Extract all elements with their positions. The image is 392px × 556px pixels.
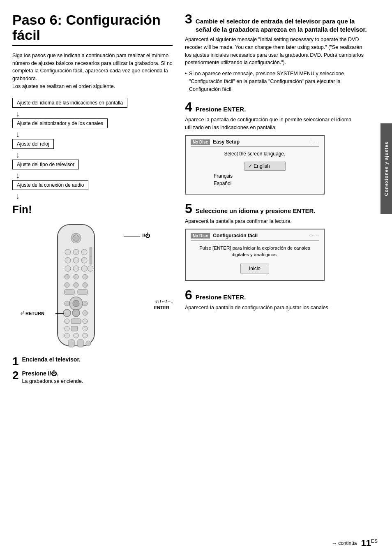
svg-point-29 (83, 310, 88, 315)
flow-diagram: Ajuste del idioma de las indicaciones en… (12, 98, 173, 200)
svg-rect-22 (78, 290, 88, 294)
flow-item-5: Ajuste de la conexión de audio (12, 180, 88, 190)
svg-point-2 (73, 235, 79, 241)
screen-5-body-text: Pulse [ENTER] para iniciar la exploració… (191, 245, 319, 258)
svg-point-11 (65, 266, 71, 271)
screen-4-lang-list: ✓ English Français Español (211, 160, 319, 187)
remote-control-illustration: I/⏻ ↑/↓/←/→, ENTER ⏎ RETURN (35, 222, 150, 356)
side-tab: Conexiones y ajustes (380, 123, 392, 214)
svg-point-15 (65, 274, 69, 279)
return-label: ⏎ RETURN (21, 311, 44, 316)
step-6: 6 Presione ENTER. Aparecerá la pantalla … (185, 288, 368, 312)
step-1-row: 1 Encienda el televisor. (12, 356, 173, 367)
svg-point-5 (81, 249, 87, 255)
svg-point-17 (83, 274, 88, 279)
screen-4-title: Easy Setup (213, 139, 240, 145)
screen-5-inicio-button[interactable]: Inicio (240, 264, 269, 273)
step-6-title: Presione ENTER. (196, 293, 246, 301)
svg-point-8 (73, 257, 79, 263)
svg-point-35 (83, 326, 88, 331)
step-2-desc: La grabadora se enciende. (22, 378, 83, 384)
power-label: I/⏻ (142, 233, 150, 239)
flow-item-3: Ajuste del reloj (12, 139, 54, 149)
lang-english[interactable]: ✓ English (244, 162, 286, 171)
side-tab-label: Conexiones y ajustes (384, 141, 389, 196)
svg-point-23 (65, 301, 69, 306)
svg-rect-31 (71, 319, 81, 324)
intro-text: Siga los pasos que se indican a continua… (12, 52, 173, 90)
step-2-row: 2 Presione I/⏻. La grabadora se enciende… (12, 370, 173, 385)
flow-arrow-5: ↓ (16, 192, 173, 200)
no-disc-badge-4: No Disc (191, 139, 210, 145)
screen-4-left: No Disc Easy Setup (191, 139, 240, 145)
svg-point-41 (86, 341, 91, 346)
right-column: 3 Cambie el selector de entrada del tele… (185, 12, 372, 544)
step-6-header: 6 Presione ENTER. (185, 288, 368, 301)
step-5-body: Aparecerá la pantalla para confirmar la … (185, 218, 368, 225)
svg-point-26 (83, 301, 88, 306)
screen-mockup-4: No Disc Easy Setup -:-- -- Select the sc… (185, 135, 325, 195)
lang-francais[interactable]: Français (211, 172, 241, 180)
step-6-body: Aparecerá la pantalla de configuración p… (185, 304, 368, 312)
svg-point-28 (72, 309, 80, 317)
screen-5-time: -:-- -- (309, 233, 319, 239)
step-5-number: 5 (185, 202, 192, 215)
svg-point-36 (65, 333, 69, 338)
svg-point-20 (83, 283, 88, 287)
step-4-header: 4 Presione ENTER. (185, 100, 368, 114)
svg-point-3 (65, 249, 71, 255)
main-content: Paso 6: Configuración fácil Siga los pas… (0, 0, 380, 556)
svg-rect-10 (90, 256, 92, 264)
step-3-number: 3 (185, 12, 192, 25)
step-2-title: Presione I/⏻. (22, 370, 59, 377)
svg-rect-34 (71, 326, 78, 331)
step-4-number: 4 (185, 100, 192, 114)
svg-point-19 (74, 283, 78, 287)
flow-arrow-2: ↓ (16, 130, 173, 138)
step-1-content: Encienda el televisor. (22, 356, 81, 363)
step-4-title: Presione ENTER. (196, 105, 246, 114)
svg-point-7 (65, 257, 71, 263)
step-1-title: Encienda el televisor. (22, 356, 81, 363)
arrows-label: ↑/↓/←/→, ENTER (154, 299, 173, 311)
step-5: 5 Seleccione un idioma y presione ENTER.… (185, 202, 368, 281)
flow-arrow-4: ↓ (16, 171, 173, 179)
step-4-body: Aparece la pantalla de configuración que… (185, 116, 368, 132)
screen-5-header: No Disc Configuración fácil -:-- -- (191, 233, 319, 241)
flow-item-4: Ajuste del tipo de televisor (12, 160, 79, 169)
fin-label: Fin! (12, 203, 173, 216)
svg-point-38 (83, 333, 88, 338)
page-container: Conexiones y ajustes Paso 6: Configuraci… (0, 0, 392, 556)
left-column: Paso 6: Configuración fácil Siga los pas… (12, 12, 173, 544)
step-5-title: Seleccione un idioma y presione ENTER. (196, 207, 316, 215)
svg-rect-40 (78, 340, 83, 347)
screen-4-center-text: Select the screen language. (191, 151, 319, 157)
screen-4-header: No Disc Easy Setup -:-- -- (191, 139, 319, 147)
svg-point-16 (74, 274, 78, 279)
step-3-body: Aparecerá el siguiente mensaje "Initial … (185, 36, 368, 67)
svg-point-4 (73, 249, 79, 255)
step-6-number: 6 (185, 288, 192, 301)
step-2-number: 2 (12, 370, 19, 381)
flow-arrow-3: ↓ (16, 151, 173, 159)
screen-mockup-5: No Disc Configuración fácil -:-- -- Puls… (185, 229, 325, 281)
step-3-bullet: Si no aparece este mensaje, presione SYS… (185, 70, 368, 93)
flow-arrow-1: ↓ (16, 109, 173, 118)
remote-svg (35, 222, 117, 354)
svg-point-9 (81, 257, 87, 263)
svg-point-33 (65, 326, 69, 331)
screen-4-time: -:-- -- (309, 139, 319, 145)
step-3-title: Cambie el selector de entrada del televi… (196, 17, 368, 33)
svg-point-14 (88, 266, 93, 271)
svg-point-32 (83, 319, 88, 324)
svg-point-18 (65, 283, 69, 287)
step-1-number: 1 (12, 356, 19, 367)
svg-point-12 (73, 266, 79, 271)
page-footer: → continúa 11ES (332, 538, 378, 549)
page-title: Paso 6: Configuración fácil (12, 12, 173, 46)
svg-rect-21 (65, 290, 74, 294)
screen-5-left: No Disc Configuración fácil (191, 233, 258, 239)
lang-espanol[interactable]: Español (211, 180, 240, 187)
svg-rect-39 (69, 340, 74, 347)
svg-rect-6 (90, 247, 92, 257)
